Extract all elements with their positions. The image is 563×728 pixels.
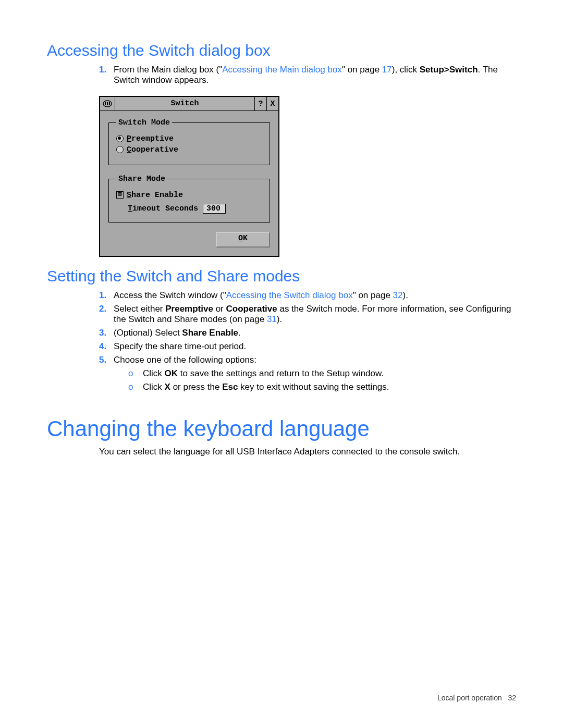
radio-cooperative[interactable]: Cooperative	[116, 145, 262, 154]
share-mode-legend: Share Mode	[116, 175, 167, 183]
step-number: 1.	[99, 65, 114, 85]
switch-dialog: Switch ? X Switch Mode Preemptive Cooper…	[99, 96, 279, 257]
switch-dialog-screenshot: Switch ? X Switch Mode Preemptive Cooper…	[99, 96, 516, 257]
link-page-32[interactable]: 32	[393, 290, 403, 300]
section-heading-large: Changing the keyboard language	[47, 416, 516, 441]
svg-rect-2	[107, 102, 108, 105]
steps-list-1: 1. From the Main dialog box ("Accessing …	[99, 65, 516, 85]
step-text: Specify the share time-out period.	[114, 341, 246, 352]
switch-mode-group: Switch Mode Preemptive Cooperative	[108, 118, 270, 165]
steps-list-2: 1. Access the Switch window ("Accessing …	[99, 290, 516, 396]
step-text: Access the Switch window ("Accessing the…	[114, 290, 408, 301]
step-number: 3.	[99, 328, 114, 338]
bullet-icon: o	[128, 382, 143, 392]
section-heading: Accessing the Switch dialog box	[47, 42, 516, 59]
radio-preemptive[interactable]: Preemptive	[116, 134, 262, 143]
bullet-icon: o	[128, 368, 143, 379]
radio-unselected-icon	[116, 146, 124, 153]
svg-rect-3	[109, 102, 110, 105]
step-text: Select either Preemptive or Cooperative …	[114, 304, 516, 325]
paragraph: You can select the language for all USB …	[99, 447, 516, 457]
link-page-17[interactable]: 17	[382, 65, 392, 75]
help-button[interactable]: ?	[254, 97, 266, 110]
ok-button[interactable]: OK	[216, 232, 270, 248]
step-number: 1.	[99, 290, 114, 301]
link-switch-dialog[interactable]: Accessing the Switch dialog box	[226, 290, 353, 300]
share-enable-checkbox[interactable]: ⊠Share Enable	[116, 191, 262, 200]
radio-selected-icon	[116, 135, 124, 142]
step-number: 5.	[99, 355, 114, 396]
sub-option-text: Click X or press the Esc key to exit wit…	[143, 382, 389, 392]
hp-logo-icon	[100, 97, 115, 110]
switch-mode-legend: Switch Mode	[116, 118, 172, 127]
section-heading: Setting the Switch and Share modes	[47, 267, 516, 285]
step-text: (Optional) Select Share Enable.	[114, 328, 241, 338]
menu-path: Setup>Switch	[420, 65, 478, 75]
svg-rect-1	[105, 102, 106, 105]
dialog-title: Switch	[115, 97, 254, 110]
step-text: Choose one of the following options: o C…	[114, 355, 389, 396]
step-text: From the Main dialog box ("Accessing the…	[114, 65, 516, 85]
sub-options: o Click OK to save the settings and retu…	[128, 368, 389, 392]
link-page-31[interactable]: 31	[267, 314, 277, 324]
step-number: 4.	[99, 341, 114, 352]
step-number: 2.	[99, 304, 114, 325]
timeout-row: Timeout Seconds 300	[128, 204, 262, 214]
share-mode-group: Share Mode ⊠Share Enable Timeout Seconds…	[108, 175, 270, 223]
close-button[interactable]: X	[266, 97, 278, 110]
dialog-titlebar: Switch ? X	[100, 97, 278, 111]
sub-option-text: Click OK to save the settings and return…	[143, 368, 384, 379]
timeout-input[interactable]: 300	[203, 204, 226, 214]
checkbox-checked-icon: ⊠	[116, 191, 124, 199]
link-main-dialog[interactable]: Accessing the Main dialog box	[222, 65, 342, 75]
